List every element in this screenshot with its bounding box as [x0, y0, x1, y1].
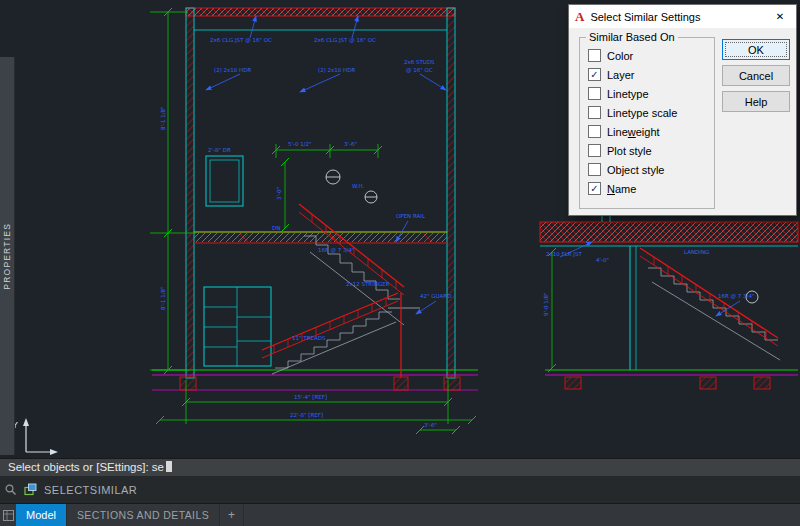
- ground-floor: [152, 370, 478, 390]
- drawing-annotation: 22'-8" [REF]: [290, 412, 323, 418]
- left-wall: [186, 8, 194, 378]
- properties-palette-label: PROPERTIES: [2, 223, 12, 290]
- checkbox-object-style[interactable]: Object style: [588, 160, 714, 179]
- drawing-annotation: 2'-8" DR: [208, 147, 231, 153]
- drawing-annotation: 2x6 STUDS: [404, 59, 435, 65]
- select-similar-settings-dialog: A Select Similar Settings ✕ Similar Base…: [568, 4, 797, 216]
- checkbox-unchecked-icon: [588, 125, 601, 138]
- checkbox-label: Layer: [607, 69, 635, 81]
- drawing-annotation: OPEN RAIL: [396, 213, 426, 219]
- right-wall: [447, 8, 455, 378]
- drawing-annotation: 2x6 CLG JST @ 16" OC: [210, 37, 272, 44]
- dialog-titlebar[interactable]: A Select Similar Settings ✕: [569, 5, 796, 28]
- checkbox-color[interactable]: Color: [588, 46, 714, 65]
- option-list: Color✓LayerLinetypeLinetype scaleLinewei…: [580, 38, 714, 198]
- stair-detail-drawing[interactable]: [540, 216, 798, 389]
- checkbox-unchecked-icon: [588, 49, 601, 62]
- ok-button[interactable]: OK: [722, 39, 790, 60]
- drawing-annotation: 3'-0": [276, 187, 282, 200]
- drawing-annotation: W.H.: [352, 183, 365, 189]
- tab-model[interactable]: Model: [16, 504, 67, 526]
- statusbar: ModelSECTIONS AND DETAILS+: [0, 503, 800, 526]
- checkbox-layer[interactable]: ✓Layer: [588, 65, 714, 84]
- checkbox-label: Object style: [607, 164, 664, 176]
- similar-based-on-group: Similar Based On Color✓LayerLinetypeLine…: [579, 37, 715, 209]
- cancel-button[interactable]: Cancel: [722, 65, 790, 86]
- ucs-icon: Y: [12, 418, 58, 455]
- checkbox-checked-icon: ✓: [588, 182, 601, 195]
- drawing-annotation: LANDING: [684, 249, 709, 255]
- command-prompt-text: Select objects or [SEttings]: se: [8, 461, 164, 473]
- checkbox-linetype[interactable]: Linetype: [588, 84, 714, 103]
- command-suggestion-row[interactable]: SELECTSIMILAR: [0, 476, 800, 503]
- checkbox-checked-icon: ✓: [588, 68, 601, 81]
- drawing-annotation: DN: [272, 225, 280, 231]
- checkbox-label: Name: [607, 183, 636, 195]
- selectsimilar-command-icon: [24, 483, 37, 496]
- drawing-annotation: 3'-6": [424, 422, 437, 428]
- checkbox-label: Linetype scale: [607, 107, 677, 119]
- tab-new-layout[interactable]: +: [220, 504, 244, 526]
- drawing-grid-icon[interactable]: [0, 504, 16, 526]
- roof-band: [186, 8, 455, 16]
- checkbox-label: Linetype: [607, 88, 649, 100]
- properties-palette-tab[interactable]: PROPERTIES: [0, 57, 15, 455]
- drawing-annotation: 2x6 CLG JST @ 16" OC: [314, 37, 376, 44]
- command-line[interactable]: Select objects or [SEttings]: se: [0, 458, 800, 476]
- checkbox-label: Color: [607, 50, 633, 62]
- drawing-annotation: (2) 2x10 HDR: [214, 67, 251, 73]
- drawing-annotation: 2x12 STRINGER: [346, 281, 390, 287]
- checkbox-unchecked-icon: [588, 144, 601, 157]
- cabinet: [204, 287, 271, 366]
- drawing-annotation: 16R @ 7 3/4": [718, 293, 754, 299]
- drawing-annotation: 8'-1 1/8": [160, 286, 166, 310]
- drawing-annotation: 8'-1 1/8": [160, 106, 166, 130]
- tab-sections-and-details[interactable]: SECTIONS AND DETAILS: [67, 504, 220, 526]
- group-label: Similar Based On: [586, 31, 678, 43]
- active-command-name: SELECTSIMILAR: [44, 484, 137, 496]
- checkbox-label: Lineweight: [607, 126, 660, 138]
- checkbox-lineweight[interactable]: Lineweight: [588, 122, 714, 141]
- drawing-annotation: 3'-6": [344, 141, 357, 147]
- checkbox-label: Plot style: [607, 145, 652, 157]
- layout-tabs: ModelSECTIONS AND DETAILS+: [16, 504, 244, 526]
- door: [206, 156, 243, 206]
- search-icon: [4, 483, 17, 496]
- dialog-buttons: OKCancelHelp: [722, 39, 790, 112]
- close-icon[interactable]: ✕: [770, 11, 790, 22]
- dialog-body: Similar Based On Color✓LayerLinetypeLine…: [569, 28, 796, 216]
- checkbox-name[interactable]: ✓Name: [588, 179, 714, 198]
- drawing-annotation: 2x10 FLR JST: [546, 251, 582, 258]
- checkbox-unchecked-icon: [588, 163, 601, 176]
- drawing-annotation: 5'-0 1/2": [288, 141, 312, 147]
- drawing-annotation: (2) 2x10 HDR: [318, 67, 355, 73]
- stair-upper-flight: [299, 204, 404, 325]
- second-floor: [194, 232, 447, 243]
- stair-lower-flight: [262, 293, 398, 374]
- drawing-annotation: 15'-4" [REF]: [294, 394, 327, 400]
- checkbox-unchecked-icon: [588, 106, 601, 119]
- drawing-annotation: @ 16" OC: [406, 67, 433, 73]
- help-button[interactable]: Help: [722, 91, 790, 112]
- building-section-drawing[interactable]: [152, 8, 478, 390]
- checkbox-plot-style[interactable]: Plot style: [588, 141, 714, 160]
- autocad-logo-icon: A: [575, 9, 584, 25]
- drawing-annotation: 42" GUARD: [420, 293, 451, 299]
- text-cursor: [166, 461, 172, 472]
- drawing-annotation: 11" TREADS: [292, 335, 326, 341]
- dialog-title: Select Similar Settings: [590, 11, 700, 23]
- drawing-annotation: 9'-0 1/8": [543, 292, 549, 316]
- stair-landing-post: [388, 293, 420, 377]
- checkbox-linetype-scale[interactable]: Linetype scale: [588, 103, 714, 122]
- drawing-annotation: 16R @ 7 3/4": [318, 247, 354, 253]
- checkbox-unchecked-icon: [588, 87, 601, 100]
- drawing-annotation: 4'-0": [596, 257, 609, 263]
